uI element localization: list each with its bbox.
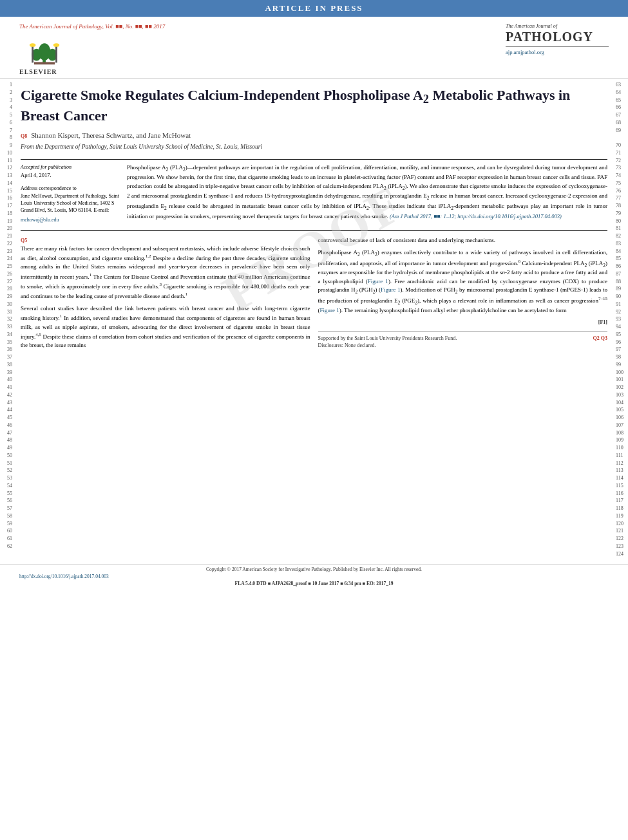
elsevier-logo-svg [19,33,71,67]
footnote-text: Supported by the Saint Louis University … [318,335,457,342]
article-columns: Q5 There are many risk factors for cance… [21,230,607,354]
accepted-label: Accepted for publication [21,163,120,171]
pathology-url: ajp.amjpathol.org [506,49,544,55]
doi-link[interactable]: http://dx.doi.org/10.1016/j.ajpath.2017.… [19,574,609,579]
affiliation: From the Department of Pathology, Saint … [21,144,607,150]
main-content: Cigarette Smoke Regulates Calcium-Indepe… [14,81,614,557]
journal-info: The American Journal of Pathology, Vol. … [19,23,165,30]
copyright-text: Copyright © 2017 American Society for In… [19,566,609,572]
footnote-section: Supported by the Saint Louis University … [318,331,608,349]
page-body: 1 2 3 4 5 6 7 8 9 10 11 12 13 14 15 16 1… [0,81,628,557]
f1-marker: [F1] [598,319,607,326]
pathology-divider [506,46,609,47]
title-block: Cigarette Smoke Regulates Calcium-Indepe… [21,81,607,159]
line-numbers-right: 63 64 65 66 67 68 69 70 71 72 73 74 75 7… [614,81,628,557]
info-box: Accepted for publication April 4, 2017. … [21,163,120,224]
abstract-column: Phospholipase A2 (PLA2)—dependent pathwa… [127,163,607,224]
svg-point-6 [30,43,35,47]
body-para-1: There are many risk factors for cancer d… [21,245,310,301]
q2q3-marker: Q2 Q3 [593,335,607,342]
figure-ref-1: Figure 1 [368,278,388,285]
email-link[interactable]: mchowaj@slu.edu [21,216,120,223]
body-para-3: controversial because of lack of consist… [318,236,608,245]
svg-rect-5 [32,46,33,62]
info-abstract-row: Accepted for publication April 4, 2017. … [21,159,607,224]
authors: Shannon Kispert, Theresa Schwartz, and J… [31,131,191,139]
address-text: Jane McHowat, Department of Pathology, S… [21,193,120,214]
page-footer: Copyright © 2017 American Society for In… [0,564,628,588]
body-para-2: Several cohort studies have described th… [21,304,310,350]
accepted-date: April 4, 2017. [21,172,120,180]
header-right: The American Journal of PATHOLOGY ajp.am… [506,23,609,55]
abstract-text: Phospholipase A2 (PLA2)—dependent pathwa… [127,163,607,221]
svg-rect-7 [55,46,57,62]
banner-text: ARTICLE IN PRESS [265,3,363,13]
header-left: The American Journal of Pathology, Vol. … [19,23,165,75]
col-right: controversial because of lack of consist… [318,236,608,354]
pathology-small-text: The American Journal of [506,23,557,30]
disclosure-text: Disclosures: None declared. [318,342,608,349]
q-marker-authors: Q8 [21,133,27,139]
page-header: The American Journal of Pathology, Vol. … [0,21,628,79]
svg-point-8 [53,43,59,47]
pathology-big-text: PATHOLOGY [506,30,593,44]
elsevier-logo: ELSEVIER [19,33,165,75]
elsevier-text: ELSEVIER [19,68,57,75]
svg-rect-4 [34,62,55,64]
fla-line: FLA 5.4.0 DTD ■ AJPA2628_proof ■ 10 June… [19,581,609,586]
article-in-press-banner: ARTICLE IN PRESS [0,0,628,17]
line-numbers-left: 1 2 3 4 5 6 7 8 9 10 11 12 13 14 15 16 1… [0,81,14,557]
figure-ref-3: Figure 1 [320,307,339,313]
q5-marker: Q5 [21,238,27,243]
col-left: Q5 There are many risk factors for cance… [21,236,310,354]
body-para-4: Phospholipase A2 (PLA2) enzymes collecti… [318,248,608,315]
article-title: Cigarette Smoke Regulates Calcium-Indepe… [21,86,607,125]
address-label: Address correspondence to [21,185,120,192]
cite-link: (Am J Pathol 2017, ■■: 1–12; http://dx.d… [390,213,562,219]
figure-ref-2: Figure 1 [381,286,401,293]
